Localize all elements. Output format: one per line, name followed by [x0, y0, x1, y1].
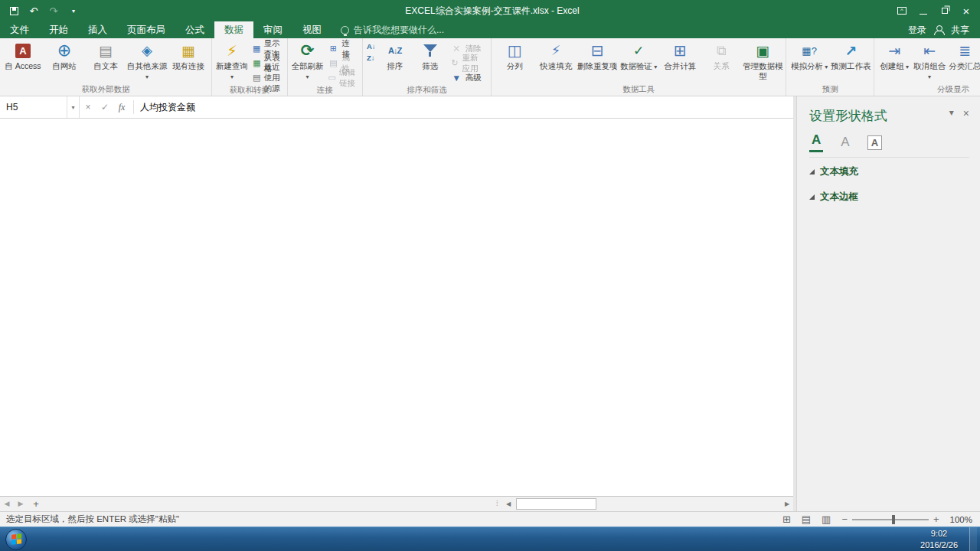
- ribbon-button-自其他来源[interactable]: 自其他来源 ▾: [126, 39, 168, 80]
- zoom-level[interactable]: 100%: [950, 515, 972, 524]
- tell-me-label: 告诉我您想要做什么...: [354, 24, 444, 37]
- ribbon-group-label: 排序和筛选: [365, 85, 488, 96]
- web-icon: [54, 41, 74, 60]
- ribbon-tab-数据[interactable]: 数据: [214, 21, 253, 38]
- ribbon-group-排序和筛选: A↓Z↓排序筛选清除重新应用高级排序和筛选: [363, 38, 492, 96]
- qat-customize-icon[interactable]: ▾: [67, 5, 80, 16]
- clock-time: 9:02: [920, 528, 958, 539]
- formula-bar: H5 ▾ × ✓ fx 人均投资金额: [0, 96, 793, 119]
- ribbon: 自 Access自网站自文本自其他来源 ▾现有连接获取外部数据新建查询 ▾显示查…: [0, 38, 980, 96]
- ribbon-button-快速填充[interactable]: 快速填充: [535, 39, 577, 71]
- sort-降序-button[interactable]: Z↓: [367, 54, 376, 62]
- access-icon: [13, 41, 33, 60]
- sheet-nav-prev-icon[interactable]: ◀: [0, 497, 14, 511]
- tab-splitter-handle[interactable]: ⁞: [496, 497, 502, 511]
- textbox-icon[interactable]: A: [867, 135, 882, 150]
- ribbon-tab-文件[interactable]: 文件: [0, 21, 39, 38]
- ribbon-group-连接: 全部刷新 ▾连接属性编辑链接连接: [288, 38, 364, 96]
- ribbon-button-新建查询[interactable]: 新建查询 ▾: [214, 39, 250, 80]
- section-text-border[interactable]: 文本边框: [809, 191, 969, 204]
- section-text-fill[interactable]: 文本填充: [809, 165, 969, 178]
- zoom-out-icon[interactable]: −: [841, 514, 848, 525]
- ribbon-display-options-icon[interactable]: ^: [893, 3, 911, 18]
- pane-menu-icon[interactable]: ▾: [949, 107, 954, 119]
- page-break-view-icon[interactable]: ▥: [822, 514, 831, 525]
- new-sheet-button[interactable]: +: [28, 497, 44, 511]
- dropdown-caret-icon: ▾: [652, 64, 657, 70]
- ribbon-button-最近使用的源[interactable]: 最近使用的源: [250, 70, 285, 85]
- zoom-in-icon[interactable]: +: [933, 514, 939, 525]
- ribbon-button-删除重复项[interactable]: 删除重复项: [577, 39, 618, 71]
- editlink-icon: [328, 72, 336, 83]
- minimize-icon[interactable]: [914, 3, 933, 18]
- insert-function-icon[interactable]: fx: [113, 102, 130, 113]
- close-icon[interactable]: ×: [957, 3, 975, 18]
- whatif-icon: [799, 41, 819, 60]
- share-button[interactable]: 共享: [951, 24, 969, 37]
- ribbon-button-关系: 关系: [701, 39, 742, 71]
- sign-in-button[interactable]: 登录: [908, 24, 926, 37]
- ribbon-group-预测: 模拟分析 ▾预测工作表预测: [786, 38, 874, 96]
- worksheet-grid[interactable]: [0, 119, 793, 496]
- ribbon-button-预测工作表[interactable]: 预测工作表: [830, 39, 871, 71]
- normal-view-icon[interactable]: ⊞: [782, 514, 791, 525]
- cancel-icon[interactable]: ×: [80, 102, 96, 112]
- redo-icon[interactable]: ↷: [47, 5, 60, 16]
- ribbon-button-筛选[interactable]: 筛选: [413, 39, 448, 71]
- dropdown-caret-icon: ▾: [823, 64, 828, 70]
- ribbon-button-管理数据模型[interactable]: 管理数据模型: [742, 39, 783, 80]
- sort-icon: [385, 41, 405, 60]
- ribbon-tab-开始[interactable]: 开始: [39, 21, 78, 38]
- hscroll-left-icon[interactable]: ◀: [502, 497, 514, 511]
- ribbon-button-合并计算[interactable]: 合并计算: [659, 39, 701, 71]
- start-button[interactable]: [3, 528, 29, 551]
- undo-icon[interactable]: ↶: [28, 5, 40, 16]
- ribbon-tab-审阅[interactable]: 审阅: [253, 21, 292, 38]
- text-effects-icon[interactable]: A: [838, 135, 851, 152]
- ribbon-button-取消组合[interactable]: 取消组合 ▾: [912, 39, 947, 80]
- name-box[interactable]: H5: [0, 96, 67, 118]
- ribbon-button-模拟分析[interactable]: 模拟分析 ▾: [789, 39, 830, 71]
- text-icon: [96, 41, 116, 60]
- ribbon-tab-视图[interactable]: 视图: [292, 21, 332, 38]
- adv-icon: [451, 72, 462, 83]
- pane-close-icon[interactable]: ×: [963, 107, 969, 119]
- save-icon[interactable]: [8, 5, 20, 16]
- ribbon-button-数据验证[interactable]: 数据验证 ▾: [618, 39, 659, 71]
- account-area: 登录 共享: [908, 21, 980, 38]
- ribbon-button-全部刷新[interactable]: 全部刷新 ▾: [290, 39, 325, 80]
- ungroup-icon: [920, 41, 939, 60]
- zoom-slider[interactable]: − +: [841, 514, 939, 525]
- ribbon-button-自网站[interactable]: 自网站: [44, 39, 85, 71]
- zoom-track[interactable]: [852, 519, 929, 520]
- formula-input[interactable]: 人均投资金额: [137, 101, 195, 114]
- ribbon-button-分列[interactable]: 分列: [494, 39, 535, 71]
- window-controls: ^ ×: [893, 3, 980, 18]
- restore-icon[interactable]: [936, 3, 954, 18]
- page-layout-view-icon[interactable]: ▤: [802, 514, 811, 525]
- ribbon-button-自 Access[interactable]: 自 Access: [2, 39, 44, 71]
- text-fill-icon[interactable]: A: [809, 132, 823, 152]
- name-box-dropdown-icon[interactable]: ▾: [67, 96, 80, 118]
- horizontal-scrollbar[interactable]: ◀ ▶: [502, 497, 793, 511]
- flash-icon: [546, 41, 566, 60]
- tell-me-box[interactable]: 告诉我您想要做什么...: [332, 21, 453, 38]
- hscroll-right-icon[interactable]: ▶: [781, 497, 793, 511]
- enter-icon[interactable]: ✓: [96, 102, 113, 112]
- hscroll-thumb[interactable]: [516, 498, 596, 510]
- ribbon-button-创建组[interactable]: 创建组 ▾: [877, 39, 912, 71]
- taskbar-clock[interactable]: 9:02 2016/2/26: [914, 528, 964, 550]
- ribbon-tab-插入[interactable]: 插入: [78, 21, 117, 38]
- other-icon: [137, 41, 157, 60]
- ribbon-button-排序[interactable]: 排序: [377, 39, 413, 71]
- ribbon-button-现有连接[interactable]: 现有连接: [168, 39, 209, 71]
- sheet-nav-next-icon[interactable]: ▶: [14, 497, 28, 511]
- ribbon-button-分类汇总[interactable]: 分类汇总: [947, 39, 980, 71]
- ribbon-tab-公式[interactable]: 公式: [175, 21, 214, 38]
- refresh-icon: [298, 41, 318, 60]
- show-desktop-button[interactable]: [969, 527, 977, 551]
- ribbon-tab-页面布局[interactable]: 页面布局: [117, 21, 175, 38]
- ribbon-button-自文本[interactable]: 自文本: [85, 39, 126, 71]
- sort-升序-button[interactable]: A↓: [367, 42, 376, 51]
- zoom-thumb[interactable]: [892, 515, 895, 524]
